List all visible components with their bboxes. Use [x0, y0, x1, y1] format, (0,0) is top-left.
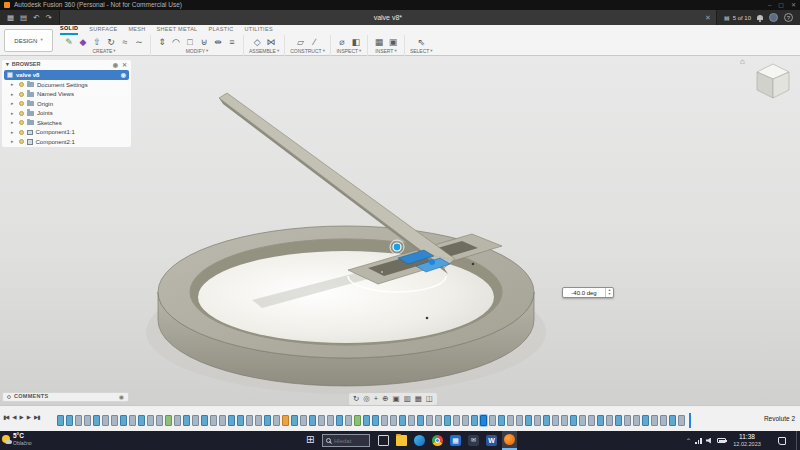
- extrude-icon[interactable]: ⇧: [91, 36, 103, 48]
- visibility-bulb-icon[interactable]: [19, 82, 24, 87]
- timeline-feature-icon-feature[interactable]: [84, 415, 91, 426]
- joint-angle-input[interactable]: -40.0 deg ▲ ▼: [562, 287, 614, 298]
- timeline-feature-icon-feature[interactable]: [552, 415, 559, 426]
- close-window-icon[interactable]: ✕: [791, 2, 796, 8]
- timeline-feature-icon-sketch[interactable]: [444, 415, 451, 426]
- comments-bar[interactable]: COMMENTS ◉: [2, 392, 129, 402]
- visibility-bulb-icon[interactable]: [19, 130, 24, 135]
- browser-item-component2-1[interactable]: ▸Component2:1: [2, 137, 131, 147]
- timeline-feature-icon-sketch[interactable]: [372, 415, 379, 426]
- taskbar-app-mail[interactable]: ✉: [466, 431, 481, 450]
- taskbar-clock[interactable]: 11:38 12.02.2023: [728, 434, 766, 447]
- angle-spinner[interactable]: ▲ ▼: [605, 288, 613, 297]
- timeline-feature-icon-pattern[interactable]: [354, 415, 361, 426]
- timeline-feature-icon-sketch[interactable]: [201, 415, 208, 426]
- user-avatar[interactable]: [769, 13, 778, 22]
- timeline-feature-icon-sketch[interactable]: [642, 415, 649, 426]
- ribbon-group-label-create[interactable]: CREATE▾: [92, 49, 115, 54]
- save-icon[interactable]: ▤: [20, 14, 27, 22]
- ribbon-group-label-construct[interactable]: CONSTRUCT▾: [290, 49, 325, 54]
- look-at-icon[interactable]: ◎: [363, 395, 370, 403]
- timeline-feature-icon-sketch[interactable]: [120, 415, 127, 426]
- timeline-feature-icon-feature[interactable]: [381, 415, 388, 426]
- document-limit-counter[interactable]: ▤ 5 of 10: [724, 15, 751, 21]
- move-copy-icon[interactable]: ⇹: [212, 36, 224, 48]
- combine-icon[interactable]: ⊎: [198, 36, 210, 48]
- timeline-feature-icon-sketch[interactable]: [669, 415, 676, 426]
- timeline-feature-icon-feature[interactable]: [660, 415, 667, 426]
- timeline-feature-icon-sketch[interactable]: [93, 415, 100, 426]
- offset-face-icon[interactable]: ≡: [226, 36, 238, 48]
- timeline-feature-icon-feature[interactable]: [219, 415, 226, 426]
- timeline-feature-icon-sketch[interactable]: [363, 415, 370, 426]
- taskbar-app-store[interactable]: ▦: [448, 431, 463, 450]
- insert-mesh-icon[interactable]: ▦: [373, 36, 385, 48]
- timeline-feature-icon-feature[interactable]: [156, 415, 163, 426]
- timeline-feature-icon-feature[interactable]: [111, 415, 118, 426]
- browser-item-sketches[interactable]: ▸Sketches: [2, 118, 131, 128]
- taskbar-app-edge[interactable]: [412, 431, 427, 450]
- timeline-feature-icon-sketch[interactable]: [597, 415, 604, 426]
- timeline-feature-icon-feature[interactable]: [210, 415, 217, 426]
- timeline-feature-icon-sketch[interactable]: [498, 415, 505, 426]
- timeline-feature-icon-feature[interactable]: [633, 415, 640, 426]
- shell-icon[interactable]: □: [184, 36, 196, 48]
- timeline-feature-icon-sketch[interactable]: [570, 415, 577, 426]
- timeline-feature-icon-sketch[interactable]: [471, 415, 478, 426]
- expand-arrow-icon[interactable]: ▸: [11, 111, 16, 116]
- timeline-feature-icon-feature[interactable]: [453, 415, 460, 426]
- browser-item-component1-1[interactable]: ▸Component1:1: [2, 128, 131, 138]
- timeline-feature-icon-feature[interactable]: [345, 415, 352, 426]
- joint-origin-marker-2[interactable]: [472, 263, 475, 266]
- timeline-feature-icon-sketch[interactable]: [336, 415, 343, 426]
- timeline-feature-icon-feature[interactable]: [561, 415, 568, 426]
- notification-bell-icon[interactable]: [757, 15, 763, 20]
- timeline-feature-icon-selected-joint[interactable]: [480, 415, 487, 426]
- timeline-feature-icon-feature[interactable]: [390, 415, 397, 426]
- timeline-feature-icon-sketch[interactable]: [615, 415, 622, 426]
- collapse-arrow-icon[interactable]: ▾: [6, 62, 9, 68]
- ribbon-tab-utilities[interactable]: UTILITIES: [245, 25, 273, 35]
- timeline-feature-icon-feature[interactable]: [273, 415, 280, 426]
- step-forward-icon[interactable]: ▶: [27, 415, 30, 421]
- timeline-feature-icon-pattern[interactable]: [165, 415, 172, 426]
- timeline-feature-icon-feature[interactable]: [534, 415, 541, 426]
- display-settings-icon[interactable]: ▥: [404, 395, 411, 403]
- ribbon-tab-plastic[interactable]: PLASTIC: [208, 25, 233, 35]
- create-sketch-icon[interactable]: ✎: [63, 36, 75, 48]
- timeline-feature-icon-feature[interactable]: [507, 415, 514, 426]
- selected-joint-knob[interactable]: [429, 259, 435, 265]
- action-center-icon[interactable]: [778, 437, 786, 445]
- timeline-feature-icon-sketch[interactable]: [399, 415, 406, 426]
- timeline-feature-icon-feature[interactable]: [426, 415, 433, 426]
- timeline-feature-icon-sketch[interactable]: [417, 415, 424, 426]
- timeline-feature-icon-sketch[interactable]: [543, 415, 550, 426]
- close-tab-icon[interactable]: ✕: [705, 14, 711, 21]
- browser-root-node[interactable]: valve v8 ◉: [4, 70, 129, 80]
- show-desktop-button[interactable]: [796, 431, 800, 450]
- chevron-up-icon[interactable]: ⌃: [686, 438, 691, 444]
- expand-arrow-icon[interactable]: ▸: [11, 82, 16, 87]
- expand-arrow-icon[interactable]: ▸: [11, 139, 16, 144]
- spinner-down-icon[interactable]: ▼: [608, 293, 611, 297]
- timeline-feature-icon-feature[interactable]: [678, 415, 685, 426]
- viewports-icon[interactable]: ◫: [426, 395, 433, 403]
- timeline-feature-icon-feature[interactable]: [192, 415, 199, 426]
- battery-icon[interactable]: [717, 438, 726, 443]
- timeline-feature-icon-feature[interactable]: [255, 415, 262, 426]
- data-panel-icon[interactable]: ▦: [7, 14, 14, 22]
- timeline-feature-icon-feature[interactable]: [489, 415, 496, 426]
- ribbon-group-label-assemble[interactable]: ASSEMBLE▾: [249, 49, 279, 54]
- construction-axis-icon[interactable]: ∕: [309, 36, 321, 48]
- search-input[interactable]: [334, 438, 366, 444]
- home-view-icon[interactable]: ⌂: [740, 58, 745, 66]
- timeline-feature-icon-revolve[interactable]: [282, 415, 289, 426]
- expand-arrow-icon[interactable]: ▸: [11, 120, 16, 125]
- sweep-icon[interactable]: ≈: [119, 36, 131, 48]
- network-icon[interactable]: [695, 438, 702, 444]
- minimize-icon[interactable]: –: [768, 2, 771, 8]
- timeline-feature-icon-feature[interactable]: [408, 415, 415, 426]
- taskbar-app-file-explorer[interactable]: [394, 431, 409, 450]
- timeline-feature-icon-sketch[interactable]: [228, 415, 235, 426]
- orbit-icon[interactable]: ↻: [353, 395, 359, 403]
